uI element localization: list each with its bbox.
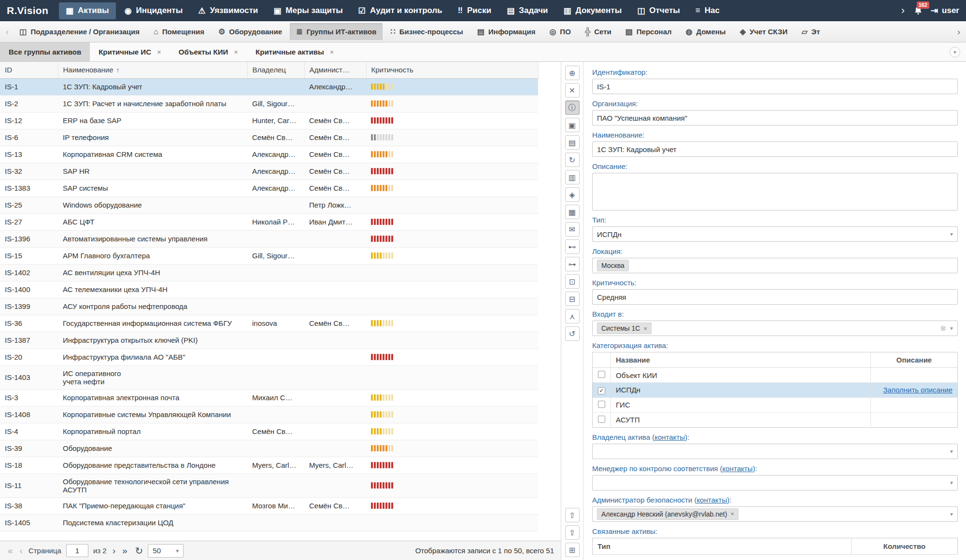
organization-input[interactable]: ПАО "Успешная компания" (592, 110, 958, 126)
table-row[interactable]: IS-3Корпоративная электронная почтаМихаи… (0, 389, 538, 406)
first-page-button[interactable]: « (7, 546, 14, 555)
category-checkbox[interactable]: ✓ (598, 387, 605, 394)
subnav-item-business-processes[interactable]: ∷Бизнес-процессы (384, 23, 469, 40)
owner-contacts-link[interactable]: контакты (654, 433, 685, 441)
subnav-item-org-structure[interactable]: ◫Подразделение / Организация (13, 23, 146, 40)
tab[interactable]: Критичные ИС× (90, 42, 170, 61)
security-admin-contacts-link[interactable]: контакты (696, 496, 727, 504)
nav-item-audit-control[interactable]: ☑Аудит и контроль (352, 2, 449, 19)
refresh-icon[interactable]: ↻ (135, 545, 143, 557)
sync-button[interactable]: ↻ (565, 153, 580, 167)
attachment-button[interactable]: ⊷ (565, 239, 580, 254)
owner-select[interactable]: ▾ (592, 444, 958, 459)
close-button[interactable]: ✕ (565, 83, 580, 98)
remove-chip-icon[interactable]: × (643, 325, 647, 332)
compliance-manager-select[interactable]: ▾ (592, 475, 958, 490)
tab-close-icon[interactable]: × (157, 48, 161, 56)
categorization-row[interactable]: ГИС (593, 397, 958, 412)
nav-item-risks[interactable]: ‼Риски (451, 2, 498, 19)
table-button[interactable]: ▦ (565, 205, 580, 219)
table-row[interactable]: IS-25Windows оборудованиеПетр Ложк… (0, 196, 538, 213)
nav-item-reports[interactable]: ◫Отчеты (630, 2, 687, 19)
link-button[interactable]: ⊶ (565, 257, 580, 271)
category-checkbox[interactable] (598, 401, 605, 408)
subnav-item-personnel[interactable]: ▧Персонал (619, 23, 678, 40)
table-row[interactable]: IS-12ERP на базе SAPHunter, Car…Семён Св… (0, 112, 538, 129)
category-checkbox[interactable] (598, 371, 605, 378)
compliance-manager-contacts-link[interactable]: контакты (723, 464, 753, 473)
security-admin-select[interactable]: Александр Невский (anevsky@rvlab.net) × … (592, 506, 958, 522)
subnav-item-floors[interactable]: ▱Эт (795, 23, 826, 40)
nav-item-documents[interactable]: ▥Документы (557, 2, 629, 19)
clipboard-button[interactable]: ⊟ (565, 292, 580, 306)
security-admin-chip[interactable]: Александр Невский (anevsky@rvlab.net) × (597, 508, 739, 520)
details-button[interactable]: ▤ (565, 135, 580, 150)
description-textarea[interactable] (592, 173, 958, 210)
identifier-input[interactable]: IS-1 (592, 79, 958, 94)
categorization-row[interactable]: Объект КИИ (593, 368, 958, 383)
remove-chip-icon[interactable]: × (730, 510, 734, 518)
table-row[interactable]: IS-20Инфраструктура филиала АО "АБВ" (0, 349, 538, 365)
info-button[interactable]: ⓘ (565, 100, 580, 115)
tab[interactable]: Объекты КИИ× (170, 42, 247, 61)
last-page-button[interactable]: » (121, 546, 128, 555)
page-number-input[interactable] (66, 544, 88, 557)
categorization-row[interactable]: ✓ИСПДнЗаполнить описание (593, 383, 958, 398)
tag-button[interactable]: ◈ (565, 187, 580, 202)
table-row[interactable]: IS-11Оборудование технологической сети у… (0, 474, 538, 497)
nav-item-assets[interactable]: ▦Активы (59, 2, 116, 19)
tab-close-icon[interactable]: × (234, 48, 238, 56)
table-row[interactable]: IS-13Корпоративная CRM системаАлександр…… (0, 146, 538, 163)
member-of-chip[interactable]: Системы 1С × (597, 322, 652, 334)
subnav-item-domains[interactable]: ◍Домены (680, 23, 732, 40)
table-row[interactable]: IS-1383SAP системыАлександр…Семён Св… (0, 180, 538, 196)
graph-button[interactable]: ⋏ (565, 309, 580, 323)
table-row[interactable]: IS-27АБС ЦФТНиколай Р…Иван Дмит… (0, 213, 538, 230)
asset-grid-scroll[interactable]: IDНаименование↑ВладелецАдминист…Критично… (0, 62, 561, 541)
nav-item-tasks[interactable]: ▤Задачи (500, 2, 554, 19)
clear-field-icon[interactable]: ⊗ (940, 324, 946, 333)
table-row[interactable]: IS-1408Корпоративные системы Управляющей… (0, 406, 538, 423)
nav-item-incidents[interactable]: ◉Инциденты (118, 2, 190, 19)
table-row[interactable]: IS-15АРМ Главного бухгалтераGill, Sigour… (0, 247, 538, 264)
subnav-item-it-asset-groups[interactable]: ≣Группы ИТ-активов (290, 23, 383, 40)
dock-button[interactable]: ⊞ (565, 543, 580, 557)
history-button[interactable]: ↺ (565, 326, 580, 341)
subnav-scroll-right-icon[interactable]: › (954, 27, 963, 37)
table-row[interactable]: IS-21С ЗУП: Расчет и начисление заработн… (0, 95, 538, 112)
nav-item-protection-measures[interactable]: ▣Меры защиты (267, 2, 350, 19)
next-page-button[interactable]: › (112, 546, 116, 555)
subnav-scroll-left-icon[interactable]: ‹ (3, 27, 12, 37)
id-card-button[interactable]: ▣ (565, 118, 580, 132)
nav-item-settings[interactable]: ≡Нас (689, 2, 726, 19)
categorization-row[interactable]: АСУТП (593, 412, 958, 427)
copy-button[interactable]: ⊡ (565, 274, 580, 289)
table-row[interactable]: IS-1396Автоматизированные системы управл… (0, 230, 538, 247)
notifications-button[interactable]: 162 (913, 6, 923, 15)
table-row[interactable]: IS-4Корпоративный порталСемён Св… (0, 423, 538, 440)
subnav-item-rooms[interactable]: ⌂Помещения (147, 24, 211, 40)
subnav-item-skzi-accounting[interactable]: ◈Учет СКЗИ (734, 23, 794, 40)
mail-button[interactable]: ✉ (565, 222, 580, 237)
name-input[interactable]: 1С ЗУП: Кадровый учет (592, 141, 958, 157)
criticality-input[interactable]: Средняя (592, 289, 958, 305)
table-row[interactable]: IS-1387Инфраструктура открытых ключей (P… (0, 332, 538, 349)
subnav-item-information[interactable]: ▤Информация (471, 23, 541, 40)
table-row[interactable]: IS-18Оборудование представительства в Ло… (0, 457, 538, 474)
table-row[interactable]: IS-1400АС телемеханики цеха УПЧ-4Н (0, 281, 538, 298)
column-header[interactable]: ID (0, 62, 58, 78)
nav-item-vulnerabilities[interactable]: ⚠Уязвимости (191, 2, 265, 19)
table-row[interactable]: IS-32SAP HRАлександр…Семён Св… (0, 163, 538, 180)
table-row[interactable]: IS-6IP телефонияСемён Св…Семён Св… (0, 129, 538, 146)
table-row[interactable]: IS-1403ИС оперативного учета нефти (0, 365, 538, 389)
column-header[interactable]: Наименование↑ (58, 62, 247, 78)
table-row[interactable]: IS-1399АСУ контроля работы нефтепровода (0, 298, 538, 315)
subnav-item-equipment[interactable]: ⚙Оборудование (212, 23, 288, 40)
nav-overflow-chevron-icon[interactable]: › (900, 4, 906, 17)
journal-button[interactable]: ▥ (565, 170, 580, 184)
table-row[interactable]: IS-39Оборудование (0, 440, 538, 457)
import-button[interactable]: ⇪ (565, 525, 580, 540)
table-row[interactable]: IS-1402АС вентиляции цеха УПЧ-4Н (0, 264, 538, 281)
type-select[interactable]: ИСПДн ▾ (592, 226, 958, 242)
tab[interactable]: Все группы активов (0, 42, 90, 61)
